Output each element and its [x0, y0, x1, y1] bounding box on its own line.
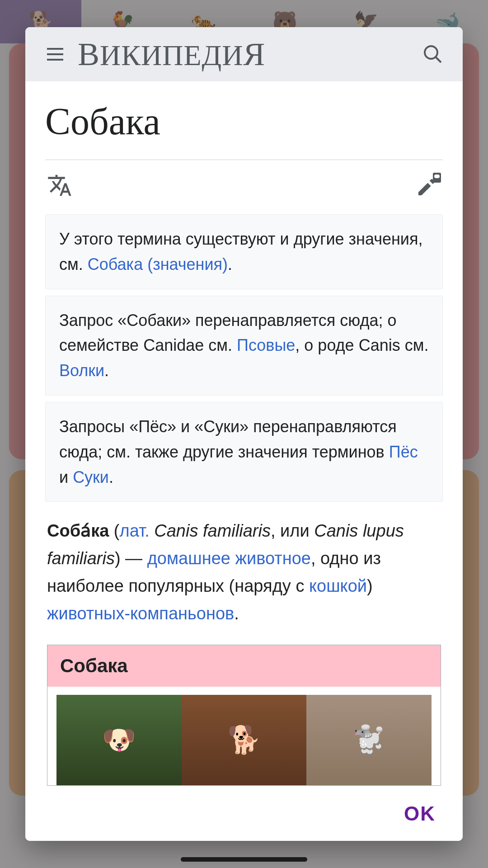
article-scroll[interactable]: Собака У этого термина существуют и друг… — [25, 81, 463, 787]
link[interactable]: домашнее животное — [147, 549, 311, 568]
link[interactable]: животных-компаньонов — [47, 604, 234, 623]
infobox: Собака 🐶 🐕 🐩 — [47, 645, 441, 786]
infobox-images: 🐶 🐕 🐩 — [47, 687, 441, 785]
article-toolbar — [45, 173, 443, 214]
divider — [45, 160, 443, 160]
disambig-link[interactable]: Псовые — [237, 336, 295, 354]
disambiguation-box: Запрос «Собаки» перенаправляется сюда; о… — [45, 296, 443, 396]
modal-footer: OK — [25, 787, 463, 841]
edit-locked-icon[interactable] — [416, 173, 441, 198]
ok-button[interactable]: OK — [404, 802, 436, 825]
disambig-link[interactable]: Пёс — [389, 443, 418, 461]
infobox-image[interactable]: 🐶 — [56, 695, 182, 785]
link[interactable]: лат. — [120, 521, 150, 540]
home-indicator — [181, 857, 307, 862]
link[interactable]: кошкой — [309, 576, 367, 595]
wikipedia-modal: ВИКИПЕДИЯ Собака У этого термина существ… — [25, 27, 463, 841]
infobox-image[interactable]: 🐕 — [182, 695, 307, 785]
lead-paragraph: Соба́ка (лат. Canis familiaris, или Cani… — [45, 508, 443, 642]
article-title: Собака — [45, 99, 443, 143]
disambiguation-box: Запросы «Пёс» и «Суки» перенаправляются … — [45, 402, 443, 502]
menu-icon[interactable] — [42, 41, 69, 68]
disambiguation-box: У этого термина существуют и другие знач… — [45, 214, 443, 289]
disambig-link[interactable]: Волки — [59, 361, 104, 380]
language-icon[interactable] — [47, 173, 72, 198]
wiki-header: ВИКИПЕДИЯ — [25, 27, 463, 81]
svg-rect-6 — [434, 175, 440, 178]
search-icon[interactable] — [419, 41, 446, 68]
disambig-link[interactable]: Собака (значения) — [88, 255, 228, 274]
wiki-logo: ВИКИПЕДИЯ — [69, 36, 419, 73]
infobox-title: Собака — [47, 645, 441, 687]
svg-point-3 — [425, 46, 437, 59]
disambig-link[interactable]: Суки — [73, 468, 109, 486]
infobox-image[interactable]: 🐩 — [306, 695, 432, 785]
svg-line-4 — [436, 57, 441, 62]
